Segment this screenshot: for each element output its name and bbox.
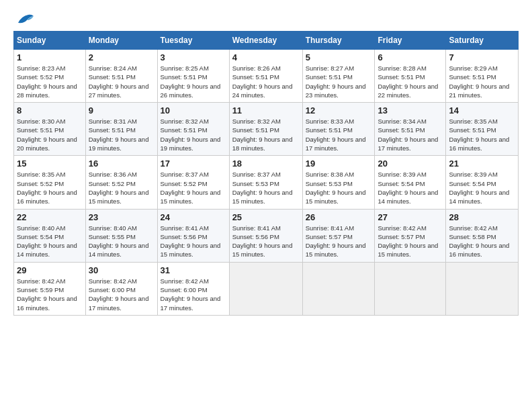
day-info: Sunrise: 8:32 AM Sunset: 5:51 PM Dayligh… [232, 117, 300, 152]
calendar-table: SundayMondayTuesdayWednesdayThursdayFrid… [13, 31, 519, 316]
day-info: Sunrise: 8:33 AM Sunset: 5:51 PM Dayligh… [306, 117, 372, 152]
calendar-cell: 6 Sunrise: 8:28 AM Sunset: 5:51 PM Dayli… [375, 50, 446, 103]
calendar-cell: 21 Sunrise: 8:39 AM Sunset: 5:54 PM Dayl… [446, 156, 519, 209]
calendar-cell: 14 Sunrise: 8:35 AM Sunset: 5:51 PM Dayl… [446, 103, 519, 156]
calendar-week-row: 1 Sunrise: 8:23 AM Sunset: 5:52 PM Dayli… [14, 50, 519, 103]
day-info: Sunrise: 8:42 AM Sunset: 5:57 PM Dayligh… [378, 224, 443, 259]
day-number: 25 [232, 212, 300, 222]
page-container: SundayMondayTuesdayWednesdayThursdayFrid… [0, 0, 532, 322]
weekday-header-saturday: Saturday [446, 32, 519, 50]
day-info: Sunrise: 8:27 AM Sunset: 5:51 PM Dayligh… [306, 64, 372, 99]
day-number: 8 [17, 105, 83, 116]
calendar-cell: 1 Sunrise: 8:23 AM Sunset: 5:52 PM Dayli… [14, 50, 86, 103]
calendar-cell: 17 Sunrise: 8:37 AM Sunset: 5:52 PM Dayl… [157, 156, 229, 209]
day-info: Sunrise: 8:34 AM Sunset: 5:51 PM Dayligh… [378, 117, 443, 152]
day-number: 13 [378, 105, 443, 116]
calendar-cell [446, 262, 519, 315]
calendar-cell: 11 Sunrise: 8:32 AM Sunset: 5:51 PM Dayl… [229, 103, 302, 156]
calendar-week-row: 29 Sunrise: 8:42 AM Sunset: 5:59 PM Dayl… [14, 262, 519, 315]
calendar-cell: 27 Sunrise: 8:42 AM Sunset: 5:57 PM Dayl… [375, 209, 446, 262]
day-info: Sunrise: 8:37 AM Sunset: 5:53 PM Dayligh… [232, 170, 300, 205]
day-info: Sunrise: 8:42 AM Sunset: 6:00 PM Dayligh… [89, 277, 154, 312]
day-info: Sunrise: 8:41 AM Sunset: 5:56 PM Dayligh… [232, 224, 300, 259]
weekday-header-tuesday: Tuesday [157, 32, 229, 50]
calendar-body: 1 Sunrise: 8:23 AM Sunset: 5:52 PM Dayli… [14, 50, 519, 316]
day-number: 5 [306, 52, 372, 62]
calendar-cell: 3 Sunrise: 8:25 AM Sunset: 5:51 PM Dayli… [157, 50, 229, 103]
day-info: Sunrise: 8:42 AM Sunset: 5:59 PM Dayligh… [17, 277, 83, 312]
day-info: Sunrise: 8:40 AM Sunset: 5:55 PM Dayligh… [89, 224, 154, 259]
calendar-cell: 29 Sunrise: 8:42 AM Sunset: 5:59 PM Dayl… [14, 262, 86, 315]
day-number: 9 [89, 105, 154, 116]
day-info: Sunrise: 8:36 AM Sunset: 5:52 PM Dayligh… [89, 170, 154, 205]
day-info: Sunrise: 8:35 AM Sunset: 5:51 PM Dayligh… [449, 117, 515, 152]
day-number: 18 [232, 158, 300, 169]
day-number: 10 [161, 105, 226, 116]
calendar-cell: 25 Sunrise: 8:41 AM Sunset: 5:56 PM Dayl… [229, 209, 302, 262]
calendar-cell: 31 Sunrise: 8:42 AM Sunset: 6:00 PM Dayl… [157, 262, 229, 315]
calendar-cell: 23 Sunrise: 8:40 AM Sunset: 5:55 PM Dayl… [85, 209, 157, 262]
calendar-cell: 9 Sunrise: 8:31 AM Sunset: 5:51 PM Dayli… [85, 103, 157, 156]
calendar-cell: 20 Sunrise: 8:39 AM Sunset: 5:54 PM Dayl… [375, 156, 446, 209]
day-number: 27 [378, 212, 443, 222]
calendar-cell: 19 Sunrise: 8:38 AM Sunset: 5:53 PM Dayl… [302, 156, 375, 209]
calendar-cell: 4 Sunrise: 8:26 AM Sunset: 5:51 PM Dayli… [229, 50, 302, 103]
calendar-week-row: 15 Sunrise: 8:35 AM Sunset: 5:52 PM Dayl… [14, 156, 519, 209]
day-number: 6 [378, 52, 443, 62]
day-info: Sunrise: 8:39 AM Sunset: 5:54 PM Dayligh… [449, 170, 515, 205]
calendar-cell: 12 Sunrise: 8:33 AM Sunset: 5:51 PM Dayl… [302, 103, 375, 156]
day-number: 11 [232, 105, 300, 116]
day-info: Sunrise: 8:39 AM Sunset: 5:54 PM Dayligh… [378, 170, 443, 205]
calendar-cell: 28 Sunrise: 8:42 AM Sunset: 5:58 PM Dayl… [446, 209, 519, 262]
day-number: 17 [161, 158, 226, 169]
calendar-cell: 26 Sunrise: 8:41 AM Sunset: 5:57 PM Dayl… [302, 209, 375, 262]
weekday-header-wednesday: Wednesday [229, 32, 302, 50]
day-info: Sunrise: 8:41 AM Sunset: 5:56 PM Dayligh… [161, 224, 226, 259]
day-number: 3 [161, 52, 226, 62]
weekday-header-sunday: Sunday [14, 32, 86, 50]
day-info: Sunrise: 8:25 AM Sunset: 5:51 PM Dayligh… [161, 64, 226, 99]
calendar-cell: 10 Sunrise: 8:32 AM Sunset: 5:51 PM Dayl… [157, 103, 229, 156]
day-info: Sunrise: 8:30 AM Sunset: 5:51 PM Dayligh… [17, 117, 83, 152]
calendar-week-row: 8 Sunrise: 8:30 AM Sunset: 5:51 PM Dayli… [14, 103, 519, 156]
day-info: Sunrise: 8:37 AM Sunset: 5:52 PM Dayligh… [161, 170, 226, 205]
calendar-cell [375, 262, 446, 315]
day-number: 24 [161, 212, 226, 222]
day-info: Sunrise: 8:28 AM Sunset: 5:51 PM Dayligh… [378, 64, 443, 99]
weekday-header-thursday: Thursday [302, 32, 375, 50]
day-number: 19 [306, 158, 372, 169]
weekday-header-friday: Friday [375, 32, 446, 50]
calendar-cell: 8 Sunrise: 8:30 AM Sunset: 5:51 PM Dayli… [14, 103, 86, 156]
day-number: 12 [306, 105, 372, 116]
calendar-cell: 13 Sunrise: 8:34 AM Sunset: 5:51 PM Dayl… [375, 103, 446, 156]
calendar-cell [302, 262, 375, 315]
calendar-cell: 2 Sunrise: 8:24 AM Sunset: 5:51 PM Dayli… [85, 50, 157, 103]
calendar-cell: 30 Sunrise: 8:42 AM Sunset: 6:00 PM Dayl… [85, 262, 157, 315]
day-info: Sunrise: 8:41 AM Sunset: 5:57 PM Dayligh… [306, 224, 372, 259]
day-info: Sunrise: 8:40 AM Sunset: 5:54 PM Dayligh… [17, 224, 83, 259]
calendar-cell: 24 Sunrise: 8:41 AM Sunset: 5:56 PM Dayl… [157, 209, 229, 262]
day-number: 1 [17, 52, 83, 62]
day-info: Sunrise: 8:26 AM Sunset: 5:51 PM Dayligh… [232, 64, 300, 99]
day-info: Sunrise: 8:31 AM Sunset: 5:51 PM Dayligh… [89, 117, 154, 152]
day-info: Sunrise: 8:42 AM Sunset: 6:00 PM Dayligh… [161, 277, 226, 312]
day-info: Sunrise: 8:42 AM Sunset: 5:58 PM Dayligh… [449, 224, 515, 259]
day-number: 21 [449, 158, 515, 169]
calendar-week-row: 22 Sunrise: 8:40 AM Sunset: 5:54 PM Dayl… [14, 209, 519, 262]
day-number: 2 [89, 52, 154, 62]
day-number: 15 [17, 158, 83, 169]
day-info: Sunrise: 8:24 AM Sunset: 5:51 PM Dayligh… [89, 64, 154, 99]
calendar-cell: 16 Sunrise: 8:36 AM Sunset: 5:52 PM Dayl… [85, 156, 157, 209]
calendar-header: SundayMondayTuesdayWednesdayThursdayFrid… [14, 32, 519, 50]
weekday-header-monday: Monday [85, 32, 157, 50]
day-info: Sunrise: 8:29 AM Sunset: 5:51 PM Dayligh… [449, 64, 515, 99]
calendar-cell: 7 Sunrise: 8:29 AM Sunset: 5:51 PM Dayli… [446, 50, 519, 103]
calendar-cell [229, 262, 302, 315]
weekday-header-row: SundayMondayTuesdayWednesdayThursdayFrid… [14, 32, 519, 50]
day-number: 30 [89, 265, 154, 275]
calendar-cell: 22 Sunrise: 8:40 AM Sunset: 5:54 PM Dayl… [14, 209, 86, 262]
header-row [13, 11, 519, 27]
day-number: 31 [161, 265, 226, 275]
day-number: 23 [89, 212, 154, 222]
day-number: 20 [378, 158, 443, 169]
